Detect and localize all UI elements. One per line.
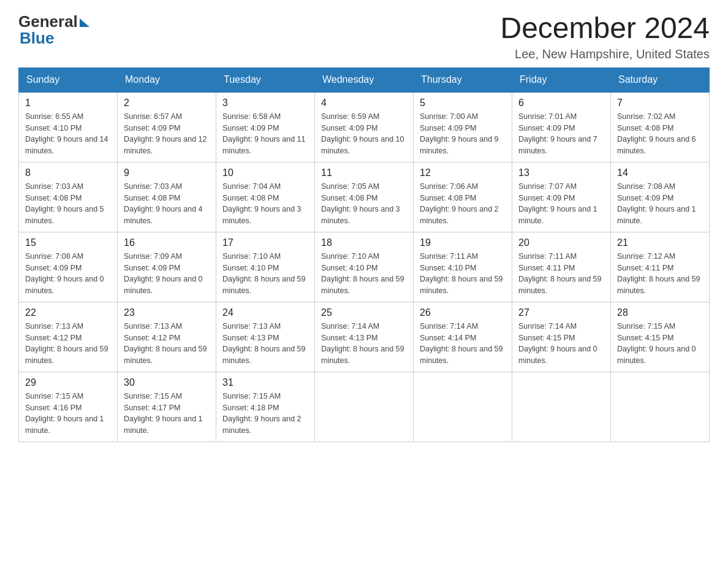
- week-row-3: 15 Sunrise: 7:08 AM Sunset: 4:09 PM Dayl…: [19, 232, 710, 302]
- day-number: 12: [420, 167, 506, 178]
- day-number: 27: [518, 307, 604, 318]
- col-sunday: Sunday: [19, 67, 118, 92]
- month-title: December 2024: [500, 12, 710, 45]
- col-wednesday: Wednesday: [315, 67, 414, 92]
- calendar-cell: 18 Sunrise: 7:10 AM Sunset: 4:10 PM Dayl…: [315, 232, 414, 302]
- calendar-cell: [611, 372, 710, 442]
- day-number: 22: [25, 307, 111, 318]
- day-number: 1: [25, 98, 111, 109]
- calendar-cell: 9 Sunrise: 7:03 AM Sunset: 4:08 PM Dayli…: [118, 162, 216, 232]
- day-info: Sunrise: 7:13 AM Sunset: 4:12 PM Dayligh…: [124, 321, 210, 367]
- day-number: 7: [617, 98, 703, 109]
- calendar-cell: 15 Sunrise: 7:08 AM Sunset: 4:09 PM Dayl…: [19, 232, 118, 302]
- calendar-cell: 7 Sunrise: 7:02 AM Sunset: 4:08 PM Dayli…: [611, 92, 710, 163]
- day-info: Sunrise: 6:59 AM Sunset: 4:09 PM Dayligh…: [321, 111, 407, 157]
- title-area: December 2024 Lee, New Hampshire, United…: [500, 12, 710, 61]
- day-info: Sunrise: 7:09 AM Sunset: 4:09 PM Dayligh…: [124, 251, 210, 297]
- day-info: Sunrise: 7:08 AM Sunset: 4:09 PM Dayligh…: [25, 251, 111, 297]
- logo-triangle-icon: [80, 18, 89, 27]
- day-number: 25: [321, 307, 407, 318]
- calendar-cell: 23 Sunrise: 7:13 AM Sunset: 4:12 PM Dayl…: [118, 302, 216, 372]
- page-header: General Blue December 2024 Lee, New Hamp…: [18, 12, 710, 61]
- day-number: 8: [25, 167, 111, 178]
- day-info: Sunrise: 7:03 AM Sunset: 4:08 PM Dayligh…: [25, 181, 111, 227]
- day-info: Sunrise: 7:05 AM Sunset: 4:08 PM Dayligh…: [321, 181, 407, 227]
- calendar-cell: 16 Sunrise: 7:09 AM Sunset: 4:09 PM Dayl…: [118, 232, 216, 302]
- day-number: 3: [222, 98, 308, 109]
- day-info: Sunrise: 7:14 AM Sunset: 4:14 PM Dayligh…: [420, 321, 506, 367]
- calendar-cell: 11 Sunrise: 7:05 AM Sunset: 4:08 PM Dayl…: [315, 162, 414, 232]
- day-info: Sunrise: 7:06 AM Sunset: 4:08 PM Dayligh…: [420, 181, 506, 227]
- calendar-cell: 12 Sunrise: 7:06 AM Sunset: 4:08 PM Dayl…: [414, 162, 512, 232]
- calendar-cell: 28 Sunrise: 7:15 AM Sunset: 4:15 PM Dayl…: [611, 302, 710, 372]
- week-row-1: 1 Sunrise: 6:55 AM Sunset: 4:10 PM Dayli…: [19, 92, 710, 163]
- calendar-cell: 26 Sunrise: 7:14 AM Sunset: 4:14 PM Dayl…: [414, 302, 512, 372]
- col-thursday: Thursday: [414, 67, 512, 92]
- calendar-cell: 13 Sunrise: 7:07 AM Sunset: 4:09 PM Dayl…: [512, 162, 611, 232]
- calendar-cell: 2 Sunrise: 6:57 AM Sunset: 4:09 PM Dayli…: [118, 92, 216, 163]
- day-info: Sunrise: 7:11 AM Sunset: 4:10 PM Dayligh…: [420, 251, 506, 297]
- col-saturday: Saturday: [611, 67, 710, 92]
- calendar-cell: 3 Sunrise: 6:58 AM Sunset: 4:09 PM Dayli…: [216, 92, 315, 163]
- day-info: Sunrise: 7:03 AM Sunset: 4:08 PM Dayligh…: [124, 181, 210, 227]
- day-number: 10: [222, 167, 308, 178]
- week-row-5: 29 Sunrise: 7:15 AM Sunset: 4:16 PM Dayl…: [19, 372, 710, 442]
- day-number: 21: [617, 237, 703, 248]
- calendar-cell: 25 Sunrise: 7:14 AM Sunset: 4:13 PM Dayl…: [315, 302, 414, 372]
- calendar-cell: 4 Sunrise: 6:59 AM Sunset: 4:09 PM Dayli…: [315, 92, 414, 163]
- day-number: 13: [518, 167, 604, 178]
- day-info: Sunrise: 6:57 AM Sunset: 4:09 PM Dayligh…: [124, 111, 210, 157]
- day-info: Sunrise: 7:15 AM Sunset: 4:15 PM Dayligh…: [617, 321, 703, 367]
- day-info: Sunrise: 7:15 AM Sunset: 4:18 PM Dayligh…: [222, 391, 308, 437]
- day-number: 15: [25, 237, 111, 248]
- calendar-cell: 31 Sunrise: 7:15 AM Sunset: 4:18 PM Dayl…: [216, 372, 315, 442]
- calendar-cell: 21 Sunrise: 7:12 AM Sunset: 4:11 PM Dayl…: [611, 232, 710, 302]
- day-number: 6: [518, 98, 604, 109]
- calendar-cell: 5 Sunrise: 7:00 AM Sunset: 4:09 PM Dayli…: [414, 92, 512, 163]
- calendar-cell: 20 Sunrise: 7:11 AM Sunset: 4:11 PM Dayl…: [512, 232, 611, 302]
- logo-blue-text: Blue: [20, 29, 54, 48]
- day-number: 31: [222, 377, 308, 388]
- day-info: Sunrise: 6:58 AM Sunset: 4:09 PM Dayligh…: [222, 111, 308, 157]
- day-number: 26: [420, 307, 506, 318]
- day-info: Sunrise: 7:00 AM Sunset: 4:09 PM Dayligh…: [420, 111, 506, 157]
- day-number: 16: [124, 237, 210, 248]
- logo: General Blue: [18, 12, 89, 48]
- day-number: 2: [124, 98, 210, 109]
- week-row-2: 8 Sunrise: 7:03 AM Sunset: 4:08 PM Dayli…: [19, 162, 710, 232]
- calendar-cell: 8 Sunrise: 7:03 AM Sunset: 4:08 PM Dayli…: [19, 162, 118, 232]
- day-info: Sunrise: 7:04 AM Sunset: 4:08 PM Dayligh…: [222, 181, 308, 227]
- day-info: Sunrise: 7:10 AM Sunset: 4:10 PM Dayligh…: [321, 251, 407, 297]
- calendar-cell: [414, 372, 512, 442]
- day-info: Sunrise: 7:14 AM Sunset: 4:13 PM Dayligh…: [321, 321, 407, 367]
- calendar-cell: 17 Sunrise: 7:10 AM Sunset: 4:10 PM Dayl…: [216, 232, 315, 302]
- calendar-cell: 14 Sunrise: 7:08 AM Sunset: 4:09 PM Dayl…: [611, 162, 710, 232]
- day-info: Sunrise: 7:11 AM Sunset: 4:11 PM Dayligh…: [518, 251, 604, 297]
- calendar-cell: 6 Sunrise: 7:01 AM Sunset: 4:09 PM Dayli…: [512, 92, 611, 163]
- col-tuesday: Tuesday: [216, 67, 315, 92]
- calendar-cell: 29 Sunrise: 7:15 AM Sunset: 4:16 PM Dayl…: [19, 372, 118, 442]
- calendar-cell: [512, 372, 611, 442]
- calendar-cell: 24 Sunrise: 7:13 AM Sunset: 4:13 PM Dayl…: [216, 302, 315, 372]
- calendar-table: Sunday Monday Tuesday Wednesday Thursday…: [18, 67, 710, 442]
- calendar-cell: 10 Sunrise: 7:04 AM Sunset: 4:08 PM Dayl…: [216, 162, 315, 232]
- day-number: 5: [420, 98, 506, 109]
- day-info: Sunrise: 6:55 AM Sunset: 4:10 PM Dayligh…: [25, 111, 111, 157]
- day-info: Sunrise: 7:02 AM Sunset: 4:08 PM Dayligh…: [617, 111, 703, 157]
- day-number: 17: [222, 237, 308, 248]
- calendar-cell: [315, 372, 414, 442]
- day-info: Sunrise: 7:01 AM Sunset: 4:09 PM Dayligh…: [518, 111, 604, 157]
- day-info: Sunrise: 7:12 AM Sunset: 4:11 PM Dayligh…: [617, 251, 703, 297]
- day-number: 14: [617, 167, 703, 178]
- day-info: Sunrise: 7:14 AM Sunset: 4:15 PM Dayligh…: [518, 321, 604, 367]
- day-number: 30: [124, 377, 210, 388]
- col-monday: Monday: [118, 67, 216, 92]
- day-number: 19: [420, 237, 506, 248]
- location-text: Lee, New Hampshire, United States: [500, 47, 710, 61]
- day-info: Sunrise: 7:13 AM Sunset: 4:13 PM Dayligh…: [222, 321, 308, 367]
- calendar-cell: 30 Sunrise: 7:15 AM Sunset: 4:17 PM Dayl…: [118, 372, 216, 442]
- day-number: 24: [222, 307, 308, 318]
- day-info: Sunrise: 7:10 AM Sunset: 4:10 PM Dayligh…: [222, 251, 308, 297]
- day-info: Sunrise: 7:08 AM Sunset: 4:09 PM Dayligh…: [617, 181, 703, 227]
- week-row-4: 22 Sunrise: 7:13 AM Sunset: 4:12 PM Dayl…: [19, 302, 710, 372]
